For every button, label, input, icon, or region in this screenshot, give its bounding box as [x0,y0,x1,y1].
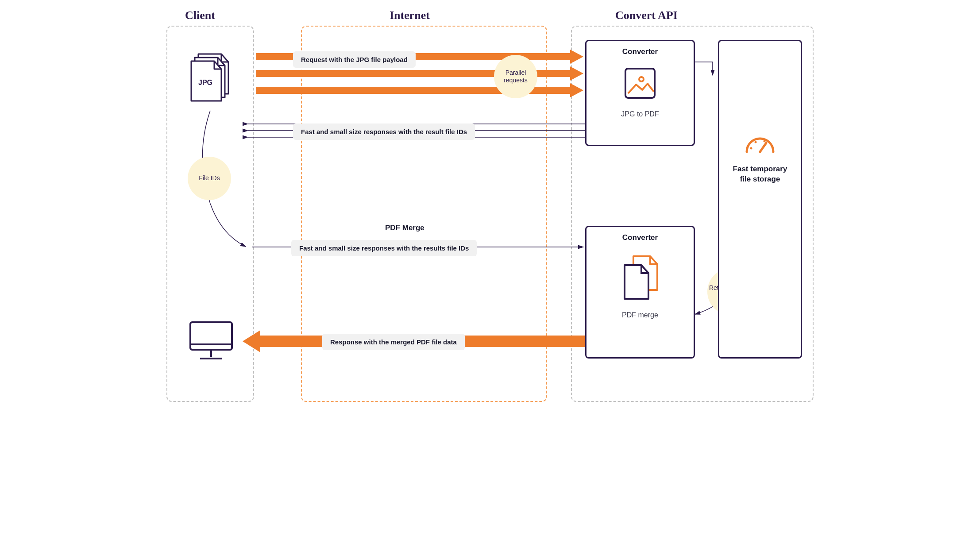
converter-pdf-merge: Converter PDF merge [585,226,695,359]
circle-parallel: Parallel requests [494,55,537,98]
svg-point-15 [750,147,752,150]
gauge-icon [742,130,778,156]
monitor-icon [187,319,235,363]
documents-merge-icon [616,250,664,303]
label-req-merge: Fast and small size responses with the r… [291,240,477,256]
converter-jpg-to-pdf: Converter JPG to PDF [585,40,695,146]
svg-rect-8 [190,322,232,350]
storage-title: Fast temporary file storage [719,164,801,185]
converter1-title: Converter [586,47,694,56]
svg-point-13 [639,77,644,81]
svg-rect-12 [625,69,655,98]
pdf-merge-title: PDF Merge [385,224,424,232]
temp-file-storage: Fast temporary file storage [718,40,802,359]
circle-fileids: File IDs [188,157,231,200]
converter1-sub: JPG to PDF [586,110,694,118]
svg-line-14 [760,143,766,152]
image-icon [620,63,660,103]
col-title-client: Client [185,9,215,22]
architecture-diagram: Client Internet Convert API JPG [164,9,816,407]
svg-point-17 [764,140,766,143]
label-req-payload: Request with the JPG file payload [293,51,416,68]
label-resp-merged: Response with the merged PDF file data [322,334,465,350]
svg-point-16 [755,141,757,143]
converter2-title: Converter [586,233,694,242]
col-title-api: Convert API [615,9,678,22]
converter2-sub: PDF merge [586,311,694,319]
svg-text:JPG: JPG [198,79,212,86]
label-resp-ids: Fast and small size responses with the r… [293,123,475,140]
jpg-files-icon: JPG [187,51,235,104]
col-title-internet: Internet [390,9,430,22]
